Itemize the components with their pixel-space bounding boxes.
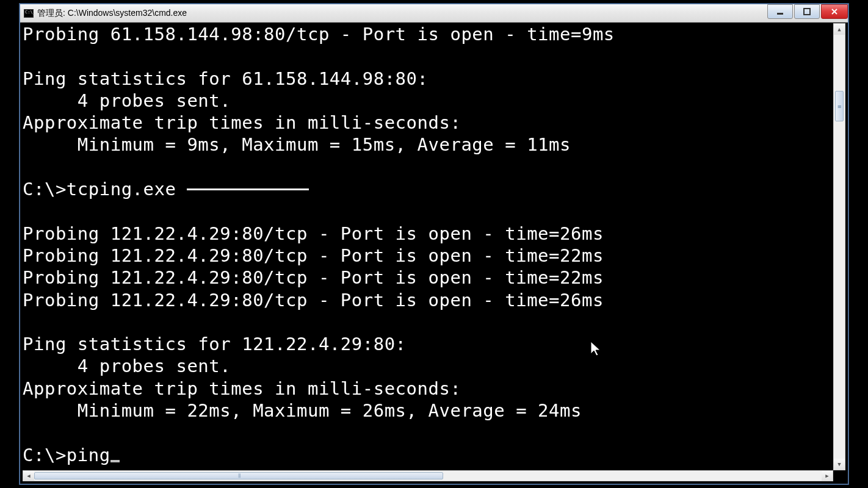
cmd-icon — [24, 9, 34, 18]
vertical-scroll-thumb[interactable] — [835, 91, 844, 121]
output-line: 4 probes sent. — [23, 90, 231, 111]
terminal-output: Probing 61.158.144.98:80/tcp - Port is o… — [23, 23, 833, 466]
titlebar[interactable]: 管理员: C:\Windows\system32\cmd.exe — [20, 4, 848, 23]
output-line: Probing 121.22.4.29:80/tcp - Port is ope… — [23, 223, 604, 244]
output-line: Probing 121.22.4.29:80/tcp - Port is ope… — [23, 290, 604, 310]
horizontal-scrollbar[interactable]: ◀ ▶ — [23, 470, 833, 481]
vertical-scrollbar[interactable]: ▲ ▼ — [833, 23, 845, 470]
scroll-right-button[interactable]: ▶ — [822, 471, 833, 481]
maximize-button[interactable] — [794, 4, 820, 19]
redacted-argument — [187, 188, 309, 190]
output-line: Ping statistics for 61.158.144.98:80: — [23, 68, 429, 89]
scroll-up-button[interactable]: ▲ — [834, 24, 845, 35]
scroll-down-button[interactable]: ▼ — [834, 459, 845, 470]
output-line: 4 probes sent. — [23, 356, 231, 376]
svg-rect-1 — [804, 9, 810, 15]
prompt-line: C:\>tcping.exe — [23, 179, 309, 199]
close-button[interactable] — [821, 4, 848, 19]
output-line: Probing 121.22.4.29:80/tcp - Port is ope… — [23, 267, 604, 288]
minimize-icon — [776, 8, 784, 15]
output-line: Minimum = 9ms, Maximum = 15ms, Average =… — [23, 134, 571, 155]
output-line: Probing 61.158.144.98:80/tcp - Port is o… — [23, 24, 615, 45]
cmd-window: 管理员: C:\Windows\system32\cmd.exe Probing… — [20, 4, 848, 484]
output-line: Probing 121.22.4.29:80/tcp - Port is ope… — [23, 245, 604, 266]
text-cursor — [110, 460, 120, 462]
scroll-left-button[interactable]: ◀ — [23, 471, 34, 481]
window-title: 管理员: C:\Windows\system32\cmd.exe — [37, 8, 187, 19]
minimize-button[interactable] — [767, 4, 793, 19]
output-line: Minimum = 22ms, Maximum = 26ms, Average … — [23, 400, 582, 421]
window-controls — [766, 4, 848, 19]
output-line: Approximate trip times in milli-seconds: — [23, 112, 461, 133]
terminal-viewport[interactable]: Probing 61.158.144.98:80/tcp - Port is o… — [23, 23, 833, 470]
close-icon — [831, 8, 838, 15]
prompt-text: C:\>ping — [23, 445, 110, 465]
prompt-text: C:\>tcping.exe — [23, 179, 187, 199]
output-line: Ping statistics for 121.22.4.29:80: — [23, 334, 407, 354]
horizontal-scroll-thumb[interactable] — [34, 472, 443, 479]
svg-rect-0 — [777, 13, 783, 15]
output-line: Approximate trip times in milli-seconds: — [23, 378, 461, 399]
maximize-icon — [803, 8, 811, 15]
prompt-line: C:\>ping — [23, 445, 120, 465]
